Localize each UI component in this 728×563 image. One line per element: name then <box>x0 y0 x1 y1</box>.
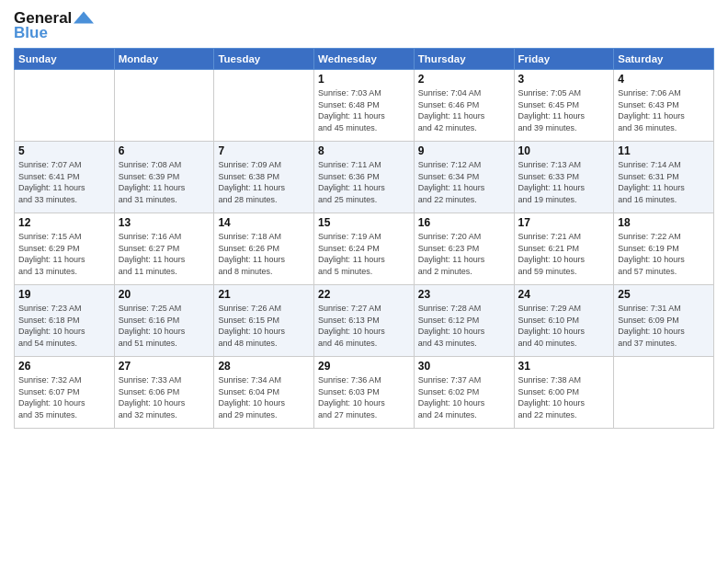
calendar-week-1: 1Sunrise: 7:03 AM Sunset: 6:48 PM Daylig… <box>15 70 714 142</box>
calendar-cell <box>114 70 214 142</box>
day-number: 1 <box>318 73 410 86</box>
logo-arrow-icon <box>74 11 94 24</box>
calendar-cell: 7Sunrise: 7:09 AM Sunset: 6:38 PM Daylig… <box>214 142 314 213</box>
calendar-cell: 6Sunrise: 7:08 AM Sunset: 6:39 PM Daylig… <box>114 142 214 213</box>
day-number: 23 <box>418 288 510 301</box>
header-day-saturday: Saturday <box>614 49 714 70</box>
calendar-cell: 20Sunrise: 7:25 AM Sunset: 6:16 PM Dayli… <box>114 285 214 357</box>
day-number: 22 <box>318 288 410 301</box>
day-info: Sunrise: 7:07 AM Sunset: 6:41 PM Dayligh… <box>18 159 110 205</box>
day-number: 24 <box>518 288 610 301</box>
day-info: Sunrise: 7:31 AM Sunset: 6:09 PM Dayligh… <box>618 303 710 349</box>
day-info: Sunrise: 7:03 AM Sunset: 6:48 PM Dayligh… <box>318 87 410 133</box>
day-info: Sunrise: 7:38 AM Sunset: 6:00 PM Dayligh… <box>518 374 610 420</box>
day-info: Sunrise: 7:22 AM Sunset: 6:19 PM Dayligh… <box>618 231 710 277</box>
calendar-cell: 24Sunrise: 7:29 AM Sunset: 6:10 PM Dayli… <box>514 285 614 357</box>
day-info: Sunrise: 7:06 AM Sunset: 6:43 PM Dayligh… <box>618 87 710 133</box>
calendar-cell: 9Sunrise: 7:12 AM Sunset: 6:34 PM Daylig… <box>414 142 514 213</box>
day-info: Sunrise: 7:28 AM Sunset: 6:12 PM Dayligh… <box>418 303 510 349</box>
calendar-cell: 5Sunrise: 7:07 AM Sunset: 6:41 PM Daylig… <box>15 142 115 213</box>
calendar-cell: 29Sunrise: 7:36 AM Sunset: 6:03 PM Dayli… <box>314 357 415 429</box>
day-number: 29 <box>318 360 410 373</box>
day-number: 2 <box>418 73 510 86</box>
day-info: Sunrise: 7:04 AM Sunset: 6:46 PM Dayligh… <box>418 87 510 133</box>
header-day-thursday: Thursday <box>414 49 514 70</box>
day-info: Sunrise: 7:16 AM Sunset: 6:27 PM Dayligh… <box>119 231 210 277</box>
calendar-cell: 23Sunrise: 7:28 AM Sunset: 6:12 PM Dayli… <box>414 285 514 357</box>
calendar-cell: 27Sunrise: 7:33 AM Sunset: 6:06 PM Dayli… <box>114 357 214 429</box>
header: General Blue <box>14 9 714 42</box>
calendar-cell: 8Sunrise: 7:11 AM Sunset: 6:36 PM Daylig… <box>314 142 415 213</box>
day-info: Sunrise: 7:12 AM Sunset: 6:34 PM Dayligh… <box>418 159 510 205</box>
calendar-cell: 12Sunrise: 7:15 AM Sunset: 6:29 PM Dayli… <box>15 213 115 285</box>
day-info: Sunrise: 7:11 AM Sunset: 6:36 PM Dayligh… <box>318 159 410 205</box>
day-number: 31 <box>518 360 610 373</box>
day-number: 15 <box>318 216 410 229</box>
calendar-cell: 18Sunrise: 7:22 AM Sunset: 6:19 PM Dayli… <box>614 213 714 285</box>
calendar-cell: 2Sunrise: 7:04 AM Sunset: 6:46 PM Daylig… <box>414 70 514 142</box>
calendar: SundayMondayTuesdayWednesdayThursdayFrid… <box>14 48 714 429</box>
calendar-cell: 19Sunrise: 7:23 AM Sunset: 6:18 PM Dayli… <box>15 285 115 357</box>
calendar-cell: 11Sunrise: 7:14 AM Sunset: 6:31 PM Dayli… <box>614 142 714 213</box>
calendar-week-2: 5Sunrise: 7:07 AM Sunset: 6:41 PM Daylig… <box>15 142 714 213</box>
calendar-cell: 3Sunrise: 7:05 AM Sunset: 6:45 PM Daylig… <box>514 70 614 142</box>
day-number: 27 <box>119 360 210 373</box>
day-number: 8 <box>318 144 410 157</box>
day-number: 6 <box>119 144 210 157</box>
day-info: Sunrise: 7:14 AM Sunset: 6:31 PM Dayligh… <box>618 159 710 205</box>
header-day-friday: Friday <box>514 49 614 70</box>
calendar-cell: 25Sunrise: 7:31 AM Sunset: 6:09 PM Dayli… <box>614 285 714 357</box>
day-number: 18 <box>618 216 710 229</box>
day-info: Sunrise: 7:18 AM Sunset: 6:26 PM Dayligh… <box>218 231 310 277</box>
calendar-cell: 13Sunrise: 7:16 AM Sunset: 6:27 PM Dayli… <box>114 213 214 285</box>
calendar-cell: 14Sunrise: 7:18 AM Sunset: 6:26 PM Dayli… <box>214 213 314 285</box>
day-number: 12 <box>18 216 110 229</box>
day-number: 30 <box>418 360 510 373</box>
day-info: Sunrise: 7:23 AM Sunset: 6:18 PM Dayligh… <box>18 303 110 349</box>
day-info: Sunrise: 7:37 AM Sunset: 6:02 PM Dayligh… <box>418 374 510 420</box>
day-number: 20 <box>119 288 210 301</box>
day-info: Sunrise: 7:25 AM Sunset: 6:16 PM Dayligh… <box>119 303 210 349</box>
day-info: Sunrise: 7:27 AM Sunset: 6:13 PM Dayligh… <box>318 303 410 349</box>
calendar-cell: 21Sunrise: 7:26 AM Sunset: 6:15 PM Dayli… <box>214 285 314 357</box>
day-info: Sunrise: 7:34 AM Sunset: 6:04 PM Dayligh… <box>218 374 310 420</box>
day-number: 28 <box>218 360 310 373</box>
day-number: 7 <box>218 144 310 157</box>
svg-marker-0 <box>74 12 94 24</box>
day-number: 4 <box>618 73 710 86</box>
calendar-cell: 17Sunrise: 7:21 AM Sunset: 6:21 PM Dayli… <box>514 213 614 285</box>
calendar-cell: 28Sunrise: 7:34 AM Sunset: 6:04 PM Dayli… <box>214 357 314 429</box>
day-info: Sunrise: 7:33 AM Sunset: 6:06 PM Dayligh… <box>119 374 210 420</box>
calendar-week-5: 26Sunrise: 7:32 AM Sunset: 6:07 PM Dayli… <box>15 357 714 429</box>
calendar-cell: 15Sunrise: 7:19 AM Sunset: 6:24 PM Dayli… <box>314 213 415 285</box>
calendar-header-row: SundayMondayTuesdayWednesdayThursdayFrid… <box>15 49 714 70</box>
calendar-cell: 16Sunrise: 7:20 AM Sunset: 6:23 PM Dayli… <box>414 213 514 285</box>
day-number: 3 <box>518 73 610 86</box>
calendar-cell: 31Sunrise: 7:38 AM Sunset: 6:00 PM Dayli… <box>514 357 614 429</box>
day-info: Sunrise: 7:05 AM Sunset: 6:45 PM Dayligh… <box>518 87 610 133</box>
header-day-sunday: Sunday <box>15 49 115 70</box>
calendar-cell: 22Sunrise: 7:27 AM Sunset: 6:13 PM Dayli… <box>314 285 415 357</box>
day-number: 16 <box>418 216 510 229</box>
day-info: Sunrise: 7:13 AM Sunset: 6:33 PM Dayligh… <box>518 159 610 205</box>
day-number: 11 <box>618 144 710 157</box>
day-number: 17 <box>518 216 610 229</box>
day-info: Sunrise: 7:26 AM Sunset: 6:15 PM Dayligh… <box>218 303 310 349</box>
day-number: 19 <box>18 288 110 301</box>
calendar-cell: 10Sunrise: 7:13 AM Sunset: 6:33 PM Dayli… <box>514 142 614 213</box>
day-number: 25 <box>618 288 710 301</box>
calendar-cell: 4Sunrise: 7:06 AM Sunset: 6:43 PM Daylig… <box>614 70 714 142</box>
calendar-cell: 26Sunrise: 7:32 AM Sunset: 6:07 PM Dayli… <box>15 357 115 429</box>
day-number: 9 <box>418 144 510 157</box>
day-number: 5 <box>18 144 110 157</box>
calendar-cell <box>15 70 115 142</box>
day-number: 10 <box>518 144 610 157</box>
day-number: 14 <box>218 216 310 229</box>
day-info: Sunrise: 7:32 AM Sunset: 6:07 PM Dayligh… <box>18 374 110 420</box>
calendar-cell <box>214 70 314 142</box>
day-info: Sunrise: 7:21 AM Sunset: 6:21 PM Dayligh… <box>518 231 610 277</box>
calendar-cell: 30Sunrise: 7:37 AM Sunset: 6:02 PM Dayli… <box>414 357 514 429</box>
day-info: Sunrise: 7:29 AM Sunset: 6:10 PM Dayligh… <box>518 303 610 349</box>
header-day-monday: Monday <box>114 49 214 70</box>
day-number: 26 <box>18 360 110 373</box>
